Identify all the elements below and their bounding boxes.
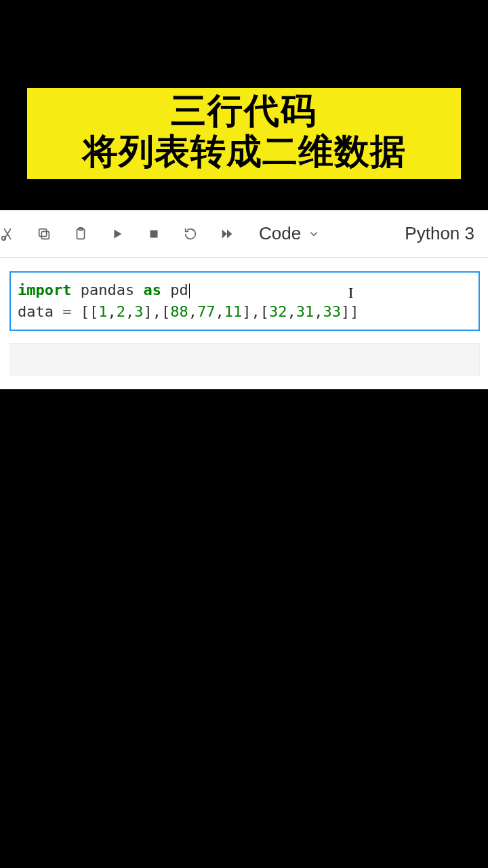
i-beam-cursor-icon: I <box>348 282 353 304</box>
notebook-toolbar: Code Python 3 <box>0 210 488 258</box>
cut-button[interactable] <box>0 224 18 244</box>
title-banner: 三行代码 将列表转成二维数据 <box>27 88 461 179</box>
svg-rect-3 <box>39 229 47 236</box>
bottom-blank-area <box>0 441 488 868</box>
jupyter-notebook: Code Python 3 import pandas as pd data =… <box>0 210 488 389</box>
code-cell-active[interactable]: import pandas as pd data = [[1,2,3],[88,… <box>9 271 480 331</box>
svg-rect-7 <box>150 230 158 237</box>
restart-button[interactable] <box>180 224 201 244</box>
kernel-label: Python 3 <box>405 223 474 243</box>
code-line-1[interactable]: import pandas as pd <box>18 279 472 301</box>
fast-forward-button[interactable] <box>217 224 237 244</box>
run-button[interactable] <box>107 224 127 244</box>
banner-line-2: 将列表转成二维数据 <box>33 132 455 172</box>
page-root: 三行代码 将列表转成二维数据 <box>0 0 488 868</box>
kernel-indicator[interactable]: Python 3 <box>405 223 474 244</box>
cell-type-label: Code <box>259 223 301 244</box>
code-cell-empty[interactable] <box>9 343 480 376</box>
cells-container: import pandas as pd data = [[1,2,3],[88,… <box>0 258 488 389</box>
banner-line-1: 三行代码 <box>33 91 455 132</box>
copy-button[interactable] <box>34 224 54 244</box>
svg-rect-2 <box>41 231 49 239</box>
cell-type-dropdown[interactable]: Code <box>259 223 320 244</box>
paste-button[interactable] <box>70 224 91 244</box>
svg-point-0 <box>2 236 6 240</box>
chevron-down-icon <box>308 228 320 240</box>
text-caret <box>189 283 190 298</box>
svg-marker-6 <box>114 229 121 238</box>
stop-button[interactable] <box>144 224 164 244</box>
svg-marker-9 <box>227 229 232 238</box>
svg-marker-8 <box>222 229 227 238</box>
code-line-2[interactable]: data = [[1,2,3],[88,77,11],[32,31,33]] <box>18 301 472 323</box>
